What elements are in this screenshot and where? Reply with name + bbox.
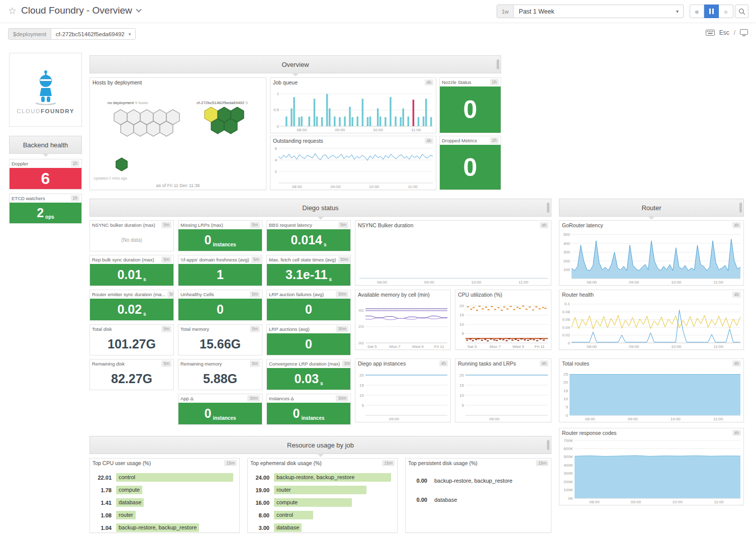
tile-router-emitter-sync-duration-ma[interactable]: Router emitter sync duration (ma...5m0.0… xyxy=(89,290,174,321)
dashboard-title[interactable]: Cloud Foundry - Overview xyxy=(21,5,132,16)
deployment-variable[interactable]: $deployment cf-272bc51462f5eda69492▾ xyxy=(8,28,136,40)
widget-hosts-by-deployment[interactable]: Hosts by deployment no deployment 9 host… xyxy=(89,77,266,190)
tile-convergence-lrp-duration-max[interactable]: Convergence LRP duration (max)30m0.03s xyxy=(266,359,351,390)
search-button[interactable] xyxy=(735,5,748,18)
svg-text:11:00: 11:00 xyxy=(408,185,418,189)
widget-title: CPU utilization (%) xyxy=(458,292,502,298)
widget-available-memory[interactable]: Available memory by cell (min) 0G2G4GSat… xyxy=(355,290,451,350)
widget-top-persistent-disk[interactable]: Top persistent disk usage (%)15m 0.00bac… xyxy=(405,458,551,533)
widget-top-cpu-usage[interactable]: Top CPU user usage (%)15m 22.01control1.… xyxy=(89,458,240,533)
widget-diego-app-instances[interactable]: Diego app instances4h 510152009:00 xyxy=(355,358,451,422)
tile-value: 0.01 xyxy=(117,268,142,281)
toplist-value: 1.04 xyxy=(93,525,116,531)
variable-value-select[interactable]: cf-272bc51462f5eda69492▾ xyxy=(51,29,135,39)
tile-value: 0 xyxy=(463,97,478,122)
tile-unhealthy-cells[interactable]: Unhealthy Cells5m0 xyxy=(178,290,262,321)
time-badge: 4h xyxy=(732,360,741,367)
tile-value: 3.1e-11 xyxy=(286,268,327,281)
widget-job-queue[interactable]: Job queue4h 00.5108:0009:0010:0011:00 xyxy=(270,77,436,133)
svg-text:09:00: 09:00 xyxy=(631,500,641,504)
tile-max-fetch-cell-state-times-avg[interactable]: Max. fetch cell state times (avg)30m3.1e… xyxy=(266,255,351,286)
toplist-row[interactable]: 0.00database xyxy=(409,490,545,509)
time-badge: 4h xyxy=(732,430,741,436)
svg-text:09:00: 09:00 xyxy=(424,280,435,285)
time-badge: 15m xyxy=(224,460,237,466)
toplist-label: database xyxy=(434,497,457,503)
svg-text:10:00: 10:00 xyxy=(673,500,683,504)
cloud-foundry-wordmark: CLOUDFOUNDRY xyxy=(17,108,74,114)
tile-total-disk[interactable]: Total disk5m101.27G xyxy=(89,324,174,355)
tile-missing-lrps-max[interactable]: Missing LRPs (max)5m0instances xyxy=(178,220,262,251)
widget-router-response-codes[interactable]: Router response codes4h 0K100K200K300K40… xyxy=(559,428,744,505)
toplist-row[interactable]: 1.08router xyxy=(93,509,233,521)
svg-text:09:00: 09:00 xyxy=(629,280,639,285)
time-badge: 5m xyxy=(167,291,173,297)
svg-text:11:00: 11:00 xyxy=(714,280,724,285)
tile-lrp-auction-failures-avg[interactable]: LRP auction failures (avg)30m0 xyxy=(266,290,351,321)
toplist-bar-area: database xyxy=(432,496,545,504)
toplist-row[interactable]: 22.01control xyxy=(93,471,233,484)
tile-value: 0 xyxy=(293,407,300,420)
tv-mode-icon[interactable] xyxy=(740,29,748,36)
tile-remaining-disk[interactable]: Remaining disk5m82.27G xyxy=(89,359,174,390)
svg-text:11:00: 11:00 xyxy=(713,417,723,421)
tile-total-memory[interactable]: Total memory5m15.66G xyxy=(178,324,262,355)
caret-down-icon: ▾ xyxy=(129,32,131,37)
svg-text:10: 10 xyxy=(459,322,464,327)
keyboard-shortcuts-icon[interactable] xyxy=(706,30,715,36)
widget-nsync-bulker-duration[interactable]: NSYNC Bulker duration4h 08:0009:0010:001… xyxy=(355,220,551,286)
tile-lrp-auctions-avg[interactable]: LRP auctions (avg)30m0 xyxy=(266,324,351,355)
favorite-star-icon[interactable]: ☆ xyxy=(8,6,17,16)
toplist-row[interactable]: 16.00compute xyxy=(251,496,391,509)
tile-etcd-watchers[interactable]: ETCD watchers1h 2ops xyxy=(9,194,82,224)
scrollbar-handle[interactable] xyxy=(497,59,499,69)
toplist-row[interactable]: 1.78compute xyxy=(93,484,233,496)
svg-text:4: 4 xyxy=(275,158,277,162)
tile-cf-apps-domain-freshness-avg[interactable]: 'cf-apps' domain freshness (avg)5m1 xyxy=(178,255,262,286)
tile-app[interactable]: App Δ30m0instances xyxy=(178,394,262,425)
chart-svg: 00.5108:0009:0010:0011:00 xyxy=(270,87,436,133)
widget-title: Top persistent disk usage (%) xyxy=(408,460,478,466)
widget-router-health[interactable]: Router health4h 00.020.040.060.080.108:0… xyxy=(559,290,744,350)
toplist-bar-area: compute xyxy=(116,486,233,494)
caret-down-icon: ▾ xyxy=(676,9,679,14)
toplist-row[interactable]: 0.00backup-restore, backup_restore xyxy=(409,471,545,490)
toplist-row[interactable]: 1.41database xyxy=(93,496,233,509)
widget-running-tasks-lrps[interactable]: Running tasks and LRPs4h 510152009:00 xyxy=(455,358,551,422)
widget-cpu-utilization[interactable]: CPU utilization (%) 5101520Sat 5Mon 7Wed… xyxy=(455,290,551,350)
tile-nozzle-status[interactable]: Nozzle Status1h 0 xyxy=(439,77,501,133)
scrollbar-handle[interactable] xyxy=(739,203,742,213)
tile-remaining-memory[interactable]: Remaining memory5m5.88G xyxy=(178,359,262,390)
toplist-bar-area: control xyxy=(274,511,391,519)
toplist-row[interactable]: 8.00control xyxy=(251,509,391,521)
svg-text:08:00: 08:00 xyxy=(292,185,303,189)
pause-button[interactable] xyxy=(704,5,719,18)
tile-bbs-request-latency[interactable]: BBS request latency5m0.014s xyxy=(266,220,351,251)
time-range-picker[interactable]: 1w Past 1 Week ▾ xyxy=(497,5,684,18)
widget-gorouter-latency[interactable]: GoRouter latency4h 10020030040050008:000… xyxy=(559,220,744,286)
widget-title: Router response codes xyxy=(562,430,617,436)
toplist-row[interactable]: 19.00router xyxy=(251,484,391,496)
chevron-down-icon[interactable] xyxy=(136,7,141,12)
tile-dropped-metrics[interactable]: Dropped Metrics1h 0 xyxy=(439,136,501,190)
toplist-row[interactable]: 1.04backup-restore, backup_restore xyxy=(93,521,233,534)
scrollbar-handle[interactable] xyxy=(547,440,549,450)
widget-outstanding-requests[interactable]: Outstanding requests4h 24608:0009:0010:0… xyxy=(270,136,436,190)
widget-top-ephemeral-disk[interactable]: Top ephemeral disk usage (%)15m 24.00bac… xyxy=(247,458,398,533)
tile-rep-bulk-sync-duration-max[interactable]: Rep bulk sync duration (max)5m0.01s xyxy=(89,255,174,286)
time-badge: 15m xyxy=(536,460,548,466)
host-hexagon[interactable] xyxy=(116,158,128,171)
time-forward-button[interactable]: » xyxy=(719,5,733,18)
toplist-row[interactable]: 24.00backup-restore, backup_restore xyxy=(251,471,391,484)
toplist-value: 16.00 xyxy=(251,500,274,506)
toplist-label: router xyxy=(276,487,291,493)
toplist-row[interactable]: 3.00database xyxy=(251,521,391,534)
widget-total-routes[interactable]: Total routes4h 051015202508:0009:0010:00… xyxy=(559,358,744,422)
time-back-button[interactable]: « xyxy=(690,5,704,18)
scrollbar-handle[interactable] xyxy=(547,203,549,213)
tile-value: 0.02 xyxy=(117,303,142,316)
tile-doppler[interactable]: Doppler1h 6 xyxy=(9,159,82,190)
tile-nsync-bulker-duration-max[interactable]: NSYNC bulker duration (max)5m(No data) xyxy=(89,220,174,251)
tile-instances[interactable]: Instances Δ30m0instances xyxy=(266,394,351,425)
section-title: Resource usage by job xyxy=(287,441,354,449)
